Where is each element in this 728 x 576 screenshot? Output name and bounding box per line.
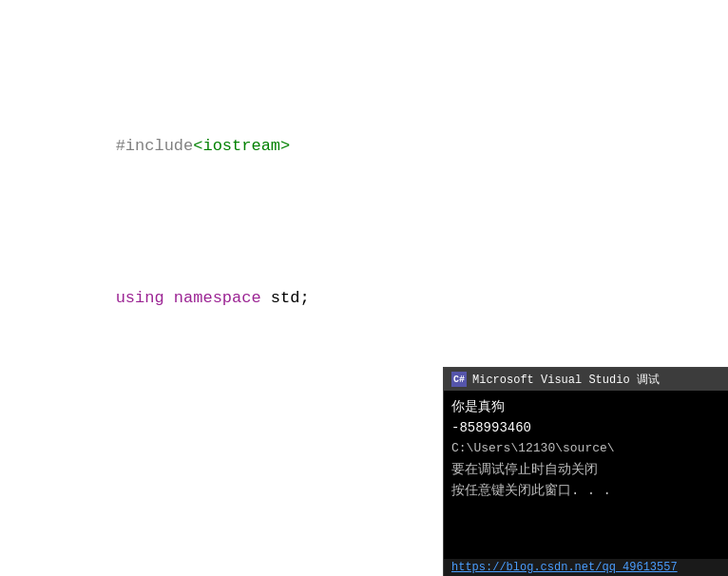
code-line-1: #include<iostream> — [19, 131, 728, 162]
kw-namespace: namespace — [174, 289, 261, 307]
terminal-line-1: 你是真狗 — [451, 396, 720, 417]
line-4-text: int& Add(int a,int b) — [38, 557, 319, 576]
terminal-line-4: 要在调试停止时自动关闭 — [451, 459, 720, 480]
code-line-2: using namespace std; — [19, 283, 728, 314]
space1 — [164, 289, 174, 307]
terminal-titlebar: C# Microsoft Visual Studio 调试 — [444, 368, 728, 391]
terminal-icon: C# — [451, 372, 467, 387]
line-1-text: #include<iostream> — [38, 101, 290, 192]
std-text: std; — [261, 289, 310, 307]
terminal-link[interactable]: https://blog.csdn.net/qq_49613557 — [444, 559, 728, 576]
terminal-window: C# Microsoft Visual Studio 调试 你是真狗 -8589… — [443, 367, 728, 576]
preprocessor-hash: #include — [116, 137, 194, 155]
terminal-body: 你是真狗 -858993460 C:\Users\12130\source\ 要… — [444, 391, 728, 507]
terminal-line-3: C:\Users\12130\source\ — [451, 438, 720, 459]
line-3-text — [38, 435, 48, 466]
kw-using: using — [116, 289, 164, 307]
terminal-line-5: 按任意键关闭此窗口. . . — [451, 480, 720, 501]
line-2-text: using namespace std; — [38, 253, 310, 344]
terminal-line-2: -858993460 — [451, 417, 720, 438]
include-header: <iostream> — [193, 137, 290, 155]
code-editor: #include<iostream> using namespace std; … — [0, 0, 728, 576]
terminal-title: Microsoft Visual Studio 调试 — [472, 372, 660, 388]
